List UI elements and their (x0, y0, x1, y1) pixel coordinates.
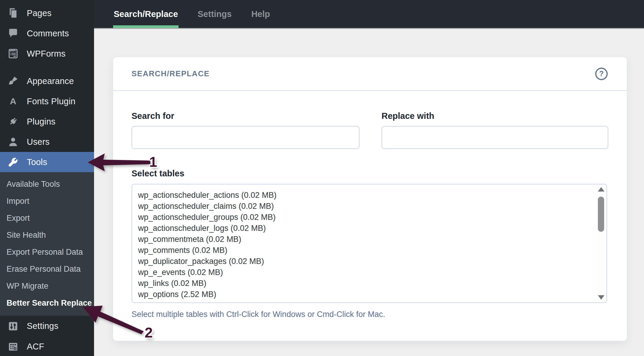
plug-icon (7, 115, 20, 128)
sidebar-item-wpforms[interactable]: WPForms (0, 43, 94, 64)
sliders-icon (7, 320, 20, 333)
sidebar-item-label: WPForms (27, 49, 65, 59)
table-option[interactable]: wp_actionscheduler_groups (0.02 MB) (132, 212, 607, 223)
sidebar-item-label: Comments (27, 29, 69, 38)
sidebar-item-settings[interactable]: Settings (0, 316, 94, 336)
sidebar-item-label: Users (27, 137, 50, 147)
submenu-item-erase-personal-data[interactable]: Erase Personal Data (0, 261, 94, 278)
scroll-down-arrow-icon[interactable] (598, 295, 604, 300)
scrollbar-thumb[interactable] (598, 197, 604, 232)
table-option[interactable]: wp_commentmeta (0.02 MB) (132, 234, 607, 245)
paintbrush-icon (7, 74, 20, 88)
replace-with-label: Replace with (382, 111, 608, 121)
scroll-up-arrow-icon[interactable] (598, 187, 604, 192)
submenu-item-better-search-replace[interactable]: Better Search Replace (0, 295, 94, 312)
search-for-label: Search for (132, 111, 359, 121)
multi-select-hint: Select multiple tables with Ctrl-Click f… (132, 310, 608, 319)
svg-text:A: A (10, 96, 16, 106)
submenu-item-export-personal-data[interactable]: Export Personal Data (0, 244, 94, 261)
plugin-tab-bar: Search/Replace Settings Help (94, 0, 644, 29)
acf-icon (7, 340, 20, 353)
sidebar-item-comments[interactable]: Comments (0, 23, 94, 43)
table-option[interactable]: wp_duplicator_packages (0.02 MB) (132, 256, 607, 267)
wpforms-icon (7, 47, 20, 60)
table-option[interactable]: wp_comments (0.02 MB) (132, 245, 607, 256)
submenu-item-wp-migrate[interactable]: WP Migrate (0, 278, 94, 295)
sidebar-item-fonts-plugin[interactable]: A Fonts Plugin (0, 91, 94, 111)
tab-settings[interactable]: Settings (197, 0, 232, 28)
sidebar-item-acf[interactable]: ACF (0, 336, 94, 356)
search-for-input[interactable] (132, 126, 359, 149)
submenu-item-site-health[interactable]: Site Health (0, 227, 94, 244)
table-option[interactable]: wp_actionscheduler_logs (0.02 MB) (132, 223, 607, 234)
table-option[interactable]: wp_actionscheduler_actions (0.02 MB) (132, 190, 607, 201)
table-option[interactable]: wp_actionscheduler_claims (0.02 MB) (132, 201, 607, 212)
sidebar-item-label: Appearance (27, 76, 74, 86)
table-option[interactable]: wp_links (0.02 MB) (132, 278, 607, 289)
sidebar-item-users[interactable]: Users (0, 132, 94, 152)
select-tables-label: Select tables (132, 169, 608, 178)
sidebar-main-menu-bottom: Settings ACF (0, 316, 94, 356)
wrench-icon (7, 156, 20, 169)
sidebar-item-label: Pages (27, 8, 51, 18)
submenu-item-available-tools[interactable]: Available Tools (0, 176, 94, 193)
pages-icon (7, 7, 20, 20)
user-icon (7, 135, 20, 148)
help-icon[interactable]: ? (595, 67, 608, 81)
svg-text:?: ? (599, 69, 604, 78)
card-header: SEARCH/REPLACE ? (113, 57, 627, 91)
sidebar-item-label: Fonts Plugin (27, 97, 76, 106)
table-option[interactable]: wp_e_events (0.02 MB) (132, 267, 607, 278)
sidebar-item-pages[interactable]: Pages (0, 3, 94, 23)
tab-help[interactable]: Help (251, 0, 271, 28)
sidebar-item-label: Tools (27, 157, 47, 167)
tab-search-replace[interactable]: Search/Replace (113, 0, 179, 28)
sidebar-item-tools[interactable]: Tools (0, 152, 94, 172)
sidebar-item-label: ACF (27, 342, 44, 352)
tools-submenu: Available Tools Import Export Site Healt… (0, 172, 94, 316)
comment-icon (7, 27, 20, 40)
replace-with-input[interactable] (382, 126, 608, 149)
admin-sidebar: Pages Comments (0, 0, 94, 356)
main-content: SEARCH/REPLACE ? Search for Replace with (94, 30, 644, 356)
page-title: SEARCH/REPLACE (132, 69, 210, 78)
sidebar-main-menu: Pages Comments (0, 0, 94, 172)
card-body: Search for Replace with Select tables wp… (113, 111, 627, 319)
search-replace-card: SEARCH/REPLACE ? Search for Replace with (113, 57, 627, 341)
sidebar-item-label: Plugins (27, 117, 56, 127)
submenu-item-import[interactable]: Import (0, 193, 94, 210)
letter-a-icon: A (7, 95, 20, 108)
sidebar-item-appearance[interactable]: Appearance (0, 71, 94, 91)
table-option[interactable]: wp_options (2.52 MB) (132, 289, 607, 300)
tables-listbox[interactable]: wp_actionscheduler_actions (0.02 MB) wp_… (132, 184, 607, 303)
submenu-item-export[interactable]: Export (0, 210, 94, 227)
sidebar-separator (0, 64, 94, 71)
sidebar-item-label: Settings (27, 321, 58, 331)
sidebar-item-plugins[interactable]: Plugins (0, 111, 94, 132)
listbox-scrollbar[interactable] (596, 185, 606, 301)
